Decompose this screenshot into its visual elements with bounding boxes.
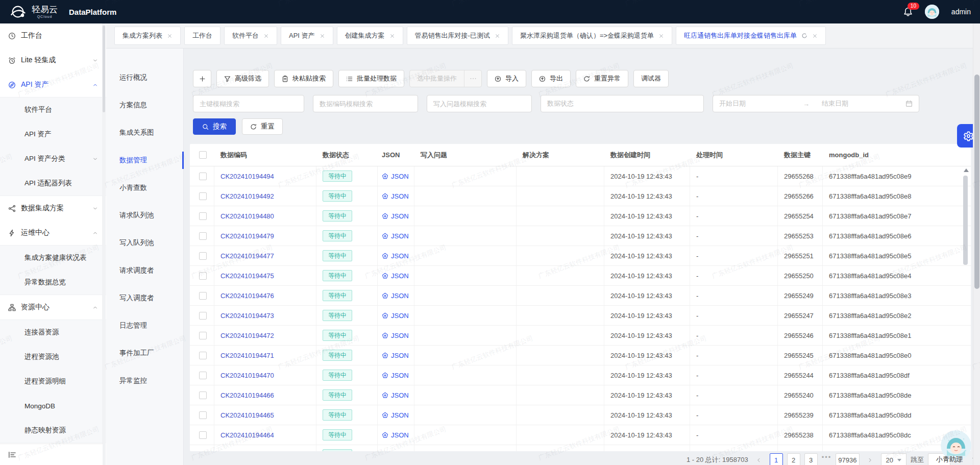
json-link[interactable]: JSON <box>382 352 409 359</box>
data-code-link[interactable]: CK202410194494 <box>220 173 274 180</box>
add-button[interactable] <box>193 70 211 87</box>
row-checkbox[interactable] <box>199 292 207 300</box>
row-checkbox[interactable] <box>199 232 207 240</box>
reset-button[interactable]: 重置 <box>242 118 283 135</box>
pk-search-input[interactable] <box>193 95 304 112</box>
page-number-button[interactable]: 1 <box>770 453 783 465</box>
tab[interactable]: 创建集成方案 <box>337 27 403 45</box>
tab[interactable]: API 资产 <box>281 27 333 45</box>
import-button[interactable]: 导入 <box>487 70 526 87</box>
json-link[interactable]: JSON <box>382 212 409 220</box>
tab-close-icon[interactable] <box>812 33 818 39</box>
next-page-button[interactable] <box>864 453 877 465</box>
page-ellipsis[interactable]: ••• <box>822 453 832 465</box>
username[interactable]: admin <box>951 8 971 16</box>
scroll-up-arrow-icon[interactable] <box>964 168 969 172</box>
scheme-menu-item[interactable]: 数据管理 <box>106 146 183 174</box>
row-checkbox[interactable] <box>199 352 207 359</box>
prev-page-button[interactable] <box>752 453 766 465</box>
scheme-menu-item[interactable]: 集成关系图 <box>106 119 183 146</box>
data-code-link[interactable]: CK202410194477 <box>220 252 274 260</box>
export-button[interactable]: 导出 <box>531 70 571 87</box>
scheme-menu-item[interactable]: 异常监控 <box>106 367 183 395</box>
scheme-menu-item[interactable]: 事件加工厂 <box>106 339 183 367</box>
tab[interactable]: 集成方案列表 <box>114 27 181 45</box>
data-code-link[interactable]: CK202410194479 <box>220 232 274 240</box>
scheme-menu-item[interactable]: 写入队列池 <box>106 229 183 257</box>
data-code-link[interactable]: CK202410194492 <box>220 192 274 200</box>
sidebar-item[interactable]: 资源中心 <box>0 295 106 320</box>
tab-close-icon[interactable] <box>389 33 395 39</box>
notifications-button[interactable]: 10 <box>903 7 913 16</box>
table-scrollbar[interactable] <box>963 168 968 449</box>
sidebar-subitem[interactable]: 连接器资源 <box>0 320 106 345</box>
tab-close-icon[interactable] <box>495 33 500 39</box>
row-checkbox[interactable] <box>199 192 207 200</box>
data-code-link[interactable]: CK202410194473 <box>220 312 274 320</box>
json-link[interactable]: JSON <box>382 372 409 379</box>
tab[interactable]: 软件平台 <box>224 27 277 45</box>
tab-close-icon[interactable] <box>658 33 664 39</box>
page-number-button[interactable]: 2 <box>787 453 800 465</box>
table-scrollbar-thumb[interactable] <box>963 176 968 265</box>
row-checkbox[interactable] <box>199 372 207 379</box>
page-size-select[interactable]: 20 <box>881 453 906 465</box>
json-link[interactable]: JSON <box>382 431 409 439</box>
tab-close-icon[interactable] <box>263 33 269 39</box>
selected-batch-button[interactable]: 选中批量操作 <box>410 70 464 87</box>
json-link[interactable]: JSON <box>382 272 409 280</box>
json-link[interactable]: JSON <box>382 252 409 260</box>
page-number-button[interactable]: 97936 <box>836 453 859 465</box>
tab[interactable]: 旺店通销售出库单对接金蝶销售出库单 <box>676 27 826 45</box>
code-search-input[interactable] <box>313 95 418 112</box>
tab[interactable]: 工作台 <box>184 27 220 45</box>
row-checkbox[interactable] <box>199 411 207 419</box>
sidebar-subitem[interactable]: MongoDB <box>0 394 106 418</box>
sidebar-item[interactable]: Lite 轻集成 <box>0 48 106 72</box>
tab[interactable]: 管易销售出库对接-已测试 <box>407 27 508 45</box>
row-checkbox[interactable] <box>199 431 207 439</box>
row-checkbox[interactable] <box>199 312 207 320</box>
sidebar-item[interactable]: 运维中心 <box>0 221 106 245</box>
advanced-filter-button[interactable]: 高级筛选 <box>216 70 269 87</box>
row-checkbox[interactable] <box>199 391 207 399</box>
data-code-link[interactable]: CK202410194464 <box>220 431 274 439</box>
assistant-label[interactable]: 小青助理 <box>936 455 963 464</box>
page-number-button[interactable]: 3 <box>804 453 818 465</box>
json-link[interactable]: JSON <box>382 173 409 180</box>
sidebar-subitem[interactable]: 进程资源明细 <box>0 369 106 394</box>
issue-search-input[interactable] <box>427 95 532 112</box>
row-checkbox[interactable] <box>199 173 207 180</box>
batch-process-button[interactable]: 批量处理数据 <box>338 70 404 87</box>
scheme-menu-item[interactable]: 日志管理 <box>106 312 183 339</box>
sidebar-item[interactable]: 工作台 <box>0 23 106 48</box>
search-button[interactable]: 搜索 <box>193 118 236 135</box>
sidebar-subitem[interactable]: API 资产 <box>0 122 106 146</box>
data-code-link[interactable]: CK202410194476 <box>220 292 274 300</box>
page-scrollbar[interactable] <box>973 23 980 465</box>
scheme-menu-item[interactable]: 运行概况 <box>106 64 183 91</box>
scheme-menu-item[interactable]: 请求队列池 <box>106 202 183 229</box>
sidebar-item[interactable]: API 资产 <box>0 72 106 97</box>
data-code-link[interactable]: CK202410194472 <box>220 332 274 339</box>
json-link[interactable]: JSON <box>382 232 409 240</box>
scheme-menu-item[interactable]: 方案信息 <box>106 91 183 119</box>
tab[interactable]: 聚水潭采购退货单（确认）=>金蝶采购退货单 <box>512 27 672 45</box>
data-code-link[interactable]: CK202410194475 <box>220 272 274 280</box>
date-range-picker[interactable]: 开始日期 → 结束日期 <box>713 95 919 112</box>
sidebar-subitem[interactable]: 软件平台 <box>0 97 106 122</box>
data-code-link[interactable]: CK202410194466 <box>220 391 274 399</box>
scheme-menu-item[interactable]: 请求调度者 <box>106 257 183 284</box>
paste-search-button[interactable]: 块粘贴搜索 <box>274 70 333 87</box>
status-select[interactable]: 数据状态 <box>541 95 704 112</box>
page-scrollbar-thumb[interactable] <box>974 75 979 289</box>
row-checkbox[interactable] <box>199 451 207 452</box>
data-code-link[interactable]: CK202410194470 <box>220 372 274 379</box>
scheme-menu-item[interactable]: 写入调度者 <box>106 284 183 312</box>
row-checkbox[interactable] <box>199 272 207 280</box>
sidebar-subitem[interactable]: API 适配器列表 <box>0 171 106 195</box>
tab-close-icon[interactable] <box>320 33 325 39</box>
row-checkbox[interactable] <box>199 212 207 220</box>
json-link[interactable]: JSON <box>382 411 409 419</box>
reset-errors-button[interactable]: 重置异常 <box>576 70 628 87</box>
